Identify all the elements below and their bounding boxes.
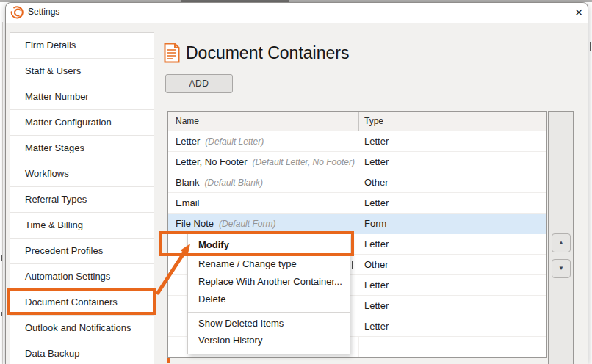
container-default-hint: (Default Blank) [205,178,263,188]
sidebar-item-label: Time & Billing [25,219,83,230]
container-type-cell: Letter [364,296,389,316]
sidebar-item[interactable]: Data Backup [10,341,154,364]
sidebar-item-label: Precedent Profiles [25,245,103,256]
container-name: File Note [176,218,214,229]
sidebar-item[interactable]: Time & Billing [10,213,154,239]
container-type-cell: Other [364,172,389,192]
sidebar-item-label: Matter Configuration [25,117,112,128]
sidebar-item[interactable]: Referral Types [10,187,154,213]
container-name-cell: Blank(Default Blank) [176,172,263,193]
annotation-box-document-containers [7,288,156,315]
annotation-fragment [167,358,170,363]
container-name: Email [176,197,200,208]
container-type-cell: Other [364,255,389,274]
table-row[interactable]: Email Letter [168,193,546,214]
window-title: Settings [28,7,59,17]
move-up-button[interactable]: ▲ [552,233,571,252]
sidebar-item[interactable]: Matter Number [10,84,154,110]
sidebar-item-label: Automation Settings [25,271,110,282]
sidebar-item[interactable]: Precedent Profiles [10,239,154,264]
menu-item-label: Rename / Change type [198,258,297,269]
container-name-cell [176,316,181,337]
menu-item-label: Version History [198,335,262,346]
move-down-button[interactable]: ▼ [552,259,571,278]
menu-item[interactable]: Delete [188,291,350,308]
background-artifact [590,42,591,51]
container-name: Blank [176,177,200,188]
document-icon [164,43,180,63]
sidebar-item-label: Matter Number [25,91,89,102]
container-name-cell [176,296,181,316]
sidebar-item-label: Firm Details [25,40,76,51]
sidebar-item[interactable]: Matter Configuration [10,110,154,136]
table-row[interactable]: Letter, No Footer(Default Letter, No Foo… [168,152,546,172]
down-arrow-icon: ▼ [558,265,564,272]
container-type-cell: Letter [364,275,389,295]
page-title: Document Containers [186,43,349,63]
column-header-name[interactable]: Name [176,112,199,131]
background-artifact [1,312,2,316]
column-header-type[interactable]: Type [364,112,383,131]
container-name: Letter, No Footer [176,156,248,167]
container-type-cell: Form [364,214,386,233]
hidden-name-fragment [352,261,353,269]
sidebar-item[interactable]: Outlook and Notifications [10,316,154,341]
smokeball-logo-icon [10,6,24,19]
table-header: Name Type [168,112,546,131]
table-row[interactable]: Blank(Default Blank) Other [168,172,546,193]
add-button[interactable]: ADD [165,74,233,93]
background-left-edge [2,22,3,364]
container-type-cell: Letter [364,131,389,151]
menu-item[interactable]: Rename / Change type [188,255,350,273]
container-default-hint: (Default Form) [219,219,275,229]
sidebar-item-label: Outlook and Notifications [25,322,131,333]
container-default-hint: (Default Letter) [205,136,264,147]
background-artifact [1,255,2,261]
menu-item-label: Show Deleted Items [198,318,284,329]
sidebar-item-label: Referral Types [25,194,87,205]
menu-item[interactable]: Replace With Another Container... [188,273,350,291]
sidebar-item[interactable]: Staff & Users [10,59,154,84]
column-divider [358,112,359,131]
menu-item-label: Replace With Another Container... [198,276,342,287]
sidebar-item[interactable]: Automation Settings [10,264,154,290]
container-name-cell [176,255,181,275]
container-name: Letter [176,136,200,147]
up-arrow-icon: ▲ [558,239,564,246]
close-button[interactable]: ✕ [570,4,588,21]
container-default-hint: (Default Letter, No Footer) [253,157,355,167]
menu-item-label: Delete [198,294,226,305]
menu-item[interactable]: Show Deleted Items [188,312,350,332]
container-type-cell: Letter [364,193,389,213]
sidebar-item-label: Workflows [25,168,69,179]
sidebar-item-label: Staff & Users [25,65,81,76]
title-bar [6,3,588,23]
container-type-cell: Letter [364,234,389,254]
container-type-cell: Letter [364,152,389,172]
sidebar-item-label: Matter Stages [25,142,84,153]
sidebar-item[interactable]: Firm Details [10,33,154,59]
container-name-cell: Letter, No Footer(Default Letter, No Foo… [176,152,355,172]
container-name-cell: Letter(Default Letter) [176,131,264,152]
screen: Settings ✕ Firm Details Staff & Users Ma… [0,0,592,364]
container-type-cell: Letter [364,316,389,336]
sidebar-item[interactable]: Matter Stages [10,136,154,161]
annotation-box-modify [159,231,354,256]
container-name-cell: Email [176,193,205,214]
table-row[interactable]: Letter(Default Letter) Letter [168,131,546,152]
container-name-cell [176,275,181,296]
menu-item[interactable]: Version History [188,332,350,349]
sidebar-item[interactable]: Workflows [10,161,154,187]
close-icon: ✕ [574,7,583,18]
sidebar-item-label: Data Backup [25,348,79,359]
